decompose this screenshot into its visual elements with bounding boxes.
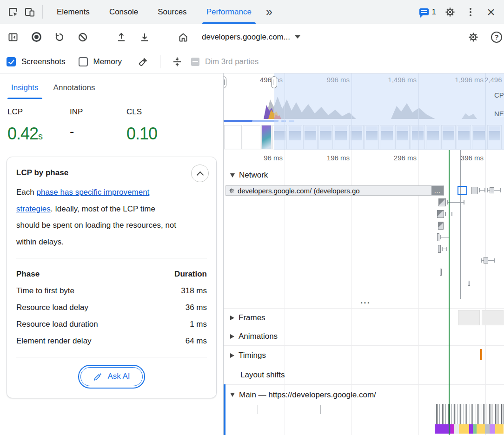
tab-insights[interactable]: Insights	[7, 77, 42, 99]
request-whisker	[442, 247, 447, 251]
metric-label: CLS	[126, 107, 157, 117]
tab-label: Console	[109, 7, 138, 17]
record-button[interactable]	[28, 32, 45, 42]
flame-chart-barcode[interactable]	[435, 404, 504, 424]
duration-cell: 64 ms	[186, 336, 207, 346]
double-chevron-icon: »	[266, 5, 272, 19]
screenshot-thumbnail[interactable]	[243, 125, 260, 149]
metric-lcp[interactable]: LCP 0.42s	[7, 107, 70, 144]
track-layout-shifts[interactable]: Layout shifts	[224, 365, 504, 384]
table-row: Resource load delay 36 ms	[16, 299, 207, 316]
more-tabs-button[interactable]: »	[261, 0, 277, 24]
network-request-bar[interactable]	[440, 269, 442, 276]
toolbar-right-actions: 1 ×	[418, 0, 504, 24]
flame-segment	[469, 424, 473, 434]
selection-grip-right[interactable]	[271, 76, 277, 88]
metric-cls[interactable]: CLS 0.10	[126, 107, 157, 144]
network-request-bar[interactable]	[438, 222, 444, 230]
ruler-divider	[224, 168, 504, 168]
record-and-reload-button[interactable]	[51, 32, 68, 43]
flame-strip[interactable]	[435, 424, 504, 434]
metric-inp[interactable]: INP -	[70, 107, 126, 144]
table-row: Time to first byte 318 ms	[16, 283, 207, 299]
flame-segment	[435, 424, 451, 434]
flame-segment	[459, 424, 469, 434]
capture-settings-button[interactable]	[465, 32, 482, 43]
load-profile-button[interactable]	[113, 32, 130, 43]
flame-tick	[258, 405, 258, 414]
network-request-main[interactable]: developers.google.com/ (developers.go ..…	[225, 185, 444, 196]
more-options-button[interactable]	[462, 11, 479, 13]
track-main-thread[interactable]: Main — https://developers.google.com/	[224, 384, 504, 405]
duration-cell: 36 ms	[186, 303, 207, 312]
tab-annotations[interactable]: Annotations	[50, 77, 99, 99]
timing-marker[interactable]	[480, 349, 482, 360]
phase-cell: Time to first byte	[16, 286, 74, 296]
issues-button[interactable]: 1	[418, 7, 438, 17]
help-button[interactable]: ?	[488, 32, 504, 43]
network-request-bar[interactable]	[438, 245, 441, 253]
close-devtools-button[interactable]: ×	[483, 5, 499, 19]
ask-ai-container: Ask AI	[16, 365, 207, 389]
toggle-sidebar-button[interactable]	[5, 32, 21, 43]
shortcuts-dialog-button[interactable]	[169, 56, 186, 67]
tab-sources[interactable]: Sources	[148, 0, 196, 24]
selection-grip-left[interactable]	[224, 76, 226, 88]
request-whisker	[479, 188, 485, 192]
screenshot-thumbnail[interactable]	[261, 125, 272, 149]
tab-label: Annotations	[53, 83, 95, 92]
memory-label[interactable]: Memory	[93, 57, 122, 66]
track-timings[interactable]: Timings	[224, 345, 504, 365]
screenshots-checkbox[interactable]	[7, 57, 16, 66]
track-label: Animations	[239, 332, 278, 341]
collect-garbage-button[interactable]	[135, 56, 152, 67]
live-metrics-button[interactable]	[175, 32, 192, 43]
network-request-bar[interactable]	[471, 187, 478, 194]
save-profile-button[interactable]	[136, 32, 153, 43]
collapse-card-button[interactable]	[191, 165, 209, 182]
track-frames[interactable]: Frames	[224, 308, 504, 327]
metric-value: 0.10	[126, 124, 157, 143]
inspect-element-button[interactable]	[5, 0, 21, 24]
inspect-icon	[7, 7, 19, 18]
network-request-bar[interactable]	[437, 233, 439, 241]
history-selected-value: developers.google.com...	[202, 33, 290, 42]
track-resize-handle[interactable]: ...	[355, 296, 376, 305]
track-animations[interactable]: Animations	[224, 327, 504, 345]
network-request-bar[interactable]	[468, 281, 470, 286]
tab-elements[interactable]: Elements	[47, 0, 99, 24]
network-track-header[interactable]: Network	[224, 171, 268, 180]
card-divider	[16, 258, 207, 258]
tab-console[interactable]: Console	[99, 0, 148, 24]
description-text: Each	[16, 188, 36, 197]
ruler-label: 196 ms	[298, 154, 350, 162]
net-lane-label: NET	[494, 110, 504, 118]
overview-strip[interactable]: 496 ms 996 ms 1,496 ms 1,996 ms 2,496 ms…	[224, 73, 504, 150]
ask-ai-button[interactable]: Ask AI	[80, 367, 142, 386]
block-icon	[77, 32, 88, 43]
clear-button[interactable]	[74, 32, 91, 43]
upload-icon	[116, 32, 127, 43]
track-label: Frames	[239, 313, 265, 323]
timeline-details[interactable]: 96 ms 196 ms 296 ms 396 ms Network devel…	[224, 150, 504, 435]
screenshot-thumbnail[interactable]	[224, 125, 242, 149]
duration-cell: 1 ms	[190, 320, 207, 329]
network-request-bar[interactable]	[437, 210, 444, 218]
network-request-bar[interactable]	[490, 187, 494, 193]
tab-performance[interactable]: Performance	[197, 0, 261, 24]
settings-button[interactable]	[442, 7, 458, 18]
device-toolbar-button[interactable]	[21, 0, 38, 24]
network-request-bar[interactable]	[438, 198, 446, 206]
selected-track-indicator	[224, 384, 225, 435]
overview-dim-overlay	[274, 73, 504, 150]
selected-request-outline[interactable]	[458, 186, 467, 195]
network-request-bar[interactable]	[484, 257, 488, 264]
history-dropdown[interactable]: developers.google.com...	[198, 33, 304, 42]
screenshots-label[interactable]: Screenshots	[21, 57, 66, 66]
ask-ai-label: Ask AI	[107, 372, 130, 381]
toolbar-divider	[42, 5, 43, 19]
marker-line	[460, 150, 461, 299]
memory-checkbox[interactable]	[79, 57, 88, 66]
performance-toolbar: developers.google.com... ?	[0, 24, 504, 50]
flame-segment	[454, 424, 459, 434]
